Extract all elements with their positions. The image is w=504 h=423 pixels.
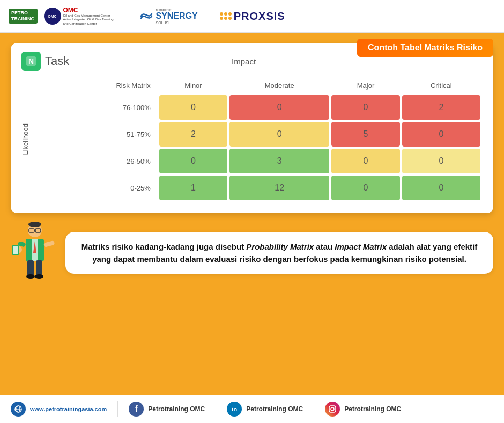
footer-divider3 <box>314 401 314 417</box>
row-label-2: 26-50% <box>33 149 157 173</box>
table-row: 51-75%2050 <box>33 122 480 147</box>
footer-divider2 <box>216 401 216 417</box>
footer: www.petrotrainingasia.com f Petrotrainin… <box>0 395 504 423</box>
row-label-0: 76-100% <box>33 95 157 120</box>
cell-r2-c3: 0 <box>402 149 480 173</box>
proxsis-dots-icon <box>220 12 232 20</box>
instagram-icon <box>325 402 340 417</box>
col-header-major: Major <box>331 78 399 93</box>
table-row: 26-50%0300 <box>33 149 480 173</box>
cell-r1-c2: 5 <box>331 122 399 147</box>
table-row: 76-100%0002 <box>33 95 480 120</box>
svg-point-16 <box>35 274 43 279</box>
cell-r3-c0: 1 <box>159 176 227 200</box>
globe-svg <box>14 405 23 413</box>
col-header-minor: Minor <box>159 78 227 93</box>
cell-r2-c2: 0 <box>331 149 399 173</box>
cell-r1-c0: 2 <box>159 122 227 147</box>
cell-r0-c1: 0 <box>229 95 329 120</box>
omc-text: OMC Oil and Gas Management Center Asian … <box>63 6 117 26</box>
task-icon: N <box>21 52 41 71</box>
cell-r1-c1: 0 <box>229 122 329 147</box>
proxsis-logo: PROXSIS <box>220 10 285 23</box>
svg-rect-14 <box>36 260 42 276</box>
row-label-1: 51-75% <box>33 122 157 147</box>
bottom-section: Matriks risiko kadang-kadang juga disebu… <box>11 221 493 285</box>
svg-rect-12 <box>43 240 55 247</box>
svg-rect-22 <box>329 406 336 412</box>
risk-matrix-card: N Task Impact Likelihood Risk Matrix Min… <box>11 43 493 213</box>
svg-point-23 <box>331 407 334 411</box>
header-divider2 <box>209 5 209 27</box>
synergy-icon <box>139 9 154 24</box>
cell-r3-c2: 0 <box>331 176 399 200</box>
svg-point-24 <box>334 407 335 408</box>
svg-point-15 <box>26 274 35 279</box>
cell-r2-c0: 0 <box>159 149 227 173</box>
title-banner: Contoh Tabel Matriks Risiko <box>357 39 493 57</box>
cell-r0-c3: 2 <box>402 95 480 120</box>
task-logo: N Task <box>21 52 69 71</box>
footer-facebook: f Petrotraining OMC <box>129 402 205 417</box>
svg-rect-13 <box>27 260 34 276</box>
task-svg-icon: N <box>25 55 37 67</box>
col-header-risk-matrix: Risk Matrix <box>33 78 157 93</box>
table-header-row: Risk Matrix Minor Moderate Major Critica… <box>33 78 480 93</box>
risk-matrix-table: Risk Matrix Minor Moderate Major Critica… <box>31 76 483 202</box>
globe-icon <box>11 402 26 417</box>
cell-r0-c2: 0 <box>331 95 399 120</box>
character-svg <box>11 221 59 285</box>
likelihood-label: Likelihood <box>21 76 29 202</box>
table-row: 0-25%11200 <box>33 176 480 200</box>
footer-divider1 <box>117 401 118 417</box>
col-header-critical: Critical <box>402 78 480 93</box>
col-header-moderate: Moderate <box>229 78 329 93</box>
cell-r3-c1: 12 <box>229 176 329 200</box>
svg-point-6 <box>28 222 41 227</box>
header-divider <box>128 5 128 27</box>
synergy-logo: Member of SYNERGY SOLUSI <box>139 8 198 25</box>
svg-rect-18 <box>13 246 18 254</box>
svg-text:N: N <box>28 57 34 65</box>
linkedin-icon: in <box>227 402 242 417</box>
cell-r2-c1: 3 <box>229 149 329 173</box>
row-label-3: 0-25% <box>33 176 157 200</box>
cell-r1-c3: 0 <box>402 122 480 147</box>
cell-r3-c3: 0 <box>402 176 480 200</box>
petro-training-logo: PETRO TRAINING <box>9 9 38 24</box>
footer-instagram: Petrotraining OMC <box>325 402 401 417</box>
character-figure <box>11 221 59 285</box>
facebook-icon: f <box>129 402 144 417</box>
table-container: Likelihood Risk Matrix Minor Moderate Ma… <box>21 76 483 202</box>
footer-linkedin: in Petrotraining OMC <box>227 402 303 417</box>
footer-website: www.petrotrainingasia.com <box>11 402 107 417</box>
main-area: Contoh Tabel Matriks Risiko N Task Impac… <box>0 33 504 285</box>
omc-logo: OMC OMC Oil and Gas Management Center As… <box>44 6 117 26</box>
omc-circle-icon: OMC <box>44 8 61 25</box>
description-bubble: Matriks risiko kadang-kadang juga disebu… <box>65 232 493 274</box>
instagram-svg <box>328 405 337 413</box>
cell-r0-c0: 0 <box>159 95 227 120</box>
header: PETRO TRAINING OMC OMC Oil and Gas Manag… <box>0 0 504 33</box>
